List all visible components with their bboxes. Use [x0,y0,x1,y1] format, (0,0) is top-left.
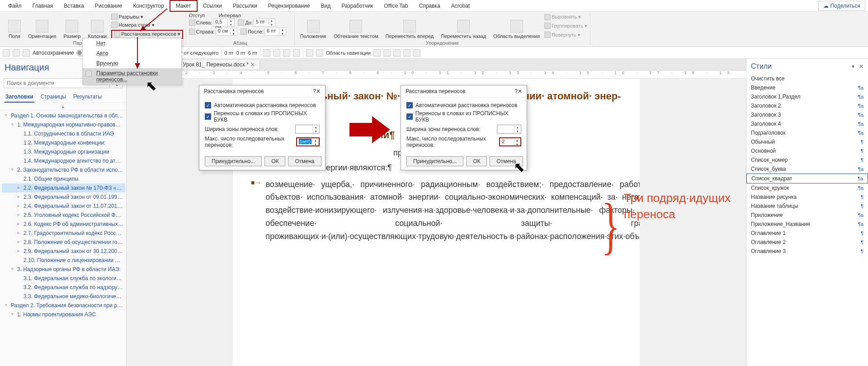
qat-icon[interactable] [293,49,300,56]
close-button[interactable]: ✕ [518,88,522,94]
style-item[interactable]: Список_кружок¶a [746,183,868,192]
ribbon-tab-главная[interactable]: Главная [27,1,59,11]
qat-icon[interactable] [383,49,391,56]
tree-item[interactable]: ▿1. Международная нормативно-правовая ба… [2,120,125,129]
style-item[interactable]: Основной¶ [746,146,868,155]
style-item[interactable]: Приложение_Название¶a [746,220,868,229]
style-item[interactable]: Подзаголовок¶a [746,128,868,137]
tree-item[interactable]: ▹2.4. Федеральный закон от 11.07.2011 № … [2,202,125,211]
force-button[interactable]: Принудительно... [205,156,262,166]
ribbon-tab-acrobat[interactable]: Acrobat [446,1,475,11]
cancel-button[interactable]: Отмена [288,156,321,166]
style-item[interactable]: Заголовок 2¶a [746,101,868,110]
qat-icon[interactable] [393,49,401,56]
qat-icon[interactable] [373,49,381,56]
tree-item[interactable]: 1.3. Международные организации [2,147,125,156]
nav-tab[interactable]: Страницы [40,92,67,103]
ribbon-tab-конструктор[interactable]: Конструктор [127,1,169,11]
line-numbers-button[interactable]: Номера строк ▾ [111,21,183,28]
hyph-option[interactable]: Нет [83,38,181,48]
tree-item[interactable]: ▹2.8. Положение об осуществлении государ… [2,238,125,247]
tree-item[interactable]: ▹2.2. Федеральный закон № 170-ФЗ «Об исп… [2,183,125,192]
qat-icon[interactable] [263,49,270,56]
share-button[interactable]: ☁ Поделиться [818,1,865,11]
help-button[interactable]: ? [514,88,518,94]
style-item[interactable]: Оглавление 1¶ [746,229,868,238]
doc-tab-2[interactable]: WУрок 81_ Переносы.docx *✕ [170,60,260,69]
hyph-option[interactable]: Вручную [83,58,181,68]
ribbon-tab-рассылки[interactable]: Рассылки [227,1,263,11]
tree-item[interactable]: ▹2.5. Уголовный кодекс Российской Федера… [2,211,125,220]
ribbon-tab-файл[interactable]: Файл [3,1,27,11]
tree-item[interactable]: 3.1. Федеральная служба по экологическом… [2,274,125,283]
save-icon[interactable] [3,49,10,56]
nav-area-label[interactable]: Область навигации [326,50,371,56]
tree-item[interactable]: 3.3. Федеральное медико-биологическое а… [2,292,125,301]
tree-item[interactable]: ▹2.7. Градостроительный кодекс Российско… [2,229,125,238]
checkbox-caps[interactable]: ✓ [406,113,413,120]
ribbon-tab-разработчик[interactable]: Разработчик [336,1,378,11]
qat-icon[interactable] [403,49,410,56]
ribbon-tab-рисование[interactable]: Рисование [90,1,127,11]
style-item[interactable]: Заголовок 3¶a [746,110,868,119]
qat-icon[interactable] [283,49,290,56]
tree-item[interactable]: ▿Раздел 1. Основы законодательства в обл… [2,111,125,120]
ribbon-tab-вставка[interactable]: Вставка [58,1,90,11]
style-item[interactable]: Заголовок 1,Раздел¶a [746,92,868,101]
style-item[interactable]: Оглавление 2¶ [746,238,868,247]
group-button[interactable]: Группировать ▾ [544,22,587,29]
checkbox-auto[interactable]: ✓ [205,102,211,108]
style-item[interactable]: Введение¶a [746,83,868,92]
style-item[interactable]: Оглавление 3¶ [746,247,868,256]
style-item[interactable]: Приложение¶a [746,211,868,220]
hyph-option[interactable]: Параметры расстановки переносов... [83,68,181,84]
help-button[interactable]: ? [313,88,316,94]
max-input[interactable]: (нет) [296,137,320,146]
style-item[interactable]: Название таблицы¶ [746,202,868,211]
nav-tab[interactable]: Результаты [72,92,103,103]
qat-icon[interactable] [316,49,323,56]
space-before-input[interactable]: 5 пт [254,19,275,27]
indent-right-input[interactable]: 0 см [216,28,237,36]
qat-icon[interactable] [273,49,280,56]
tree-item[interactable]: 3.2. Федеральная служба по надзору в сфе… [2,283,125,292]
checkbox-auto[interactable]: ✓ [406,102,413,108]
ribbon-tab-справка[interactable]: Справка [414,1,446,11]
align-button[interactable]: Выровнять ▾ [544,14,587,21]
open-icon[interactable] [23,49,30,56]
hyphenation-button[interactable]: Расстановка переносов ▾ [111,30,183,39]
qat-icon[interactable] [413,49,420,56]
style-item[interactable]: Очистить все [746,74,868,83]
indent-left-input[interactable]: 0,5 см [213,19,235,27]
nav-tab[interactable]: Заголовки [5,92,34,103]
style-item[interactable]: Список_буква¶a [746,164,868,174]
breaks-button[interactable]: Разрывы ▾ [111,13,183,20]
ok-button[interactable]: ОК [466,156,487,166]
ribbon-tab-вид[interactable]: Вид [315,1,336,11]
force-button[interactable]: Принудительно... [406,156,463,166]
new-icon[interactable] [13,49,20,56]
tree-item[interactable]: ▹2.6. Кодекс РФ об административных прав… [2,220,125,229]
tree-item[interactable]: ▿1. Нормы проектирования АЭС [2,310,125,319]
ribbon-tab-макет[interactable]: Макет [170,0,198,12]
style-item[interactable]: Список_номер¶ [746,155,868,164]
ok-button[interactable]: ОК [264,156,285,166]
tree-item[interactable]: 1.1. Сотрудничество в области ИАЭ [2,129,125,138]
rotate-button[interactable]: Повернуть ▾ [544,31,587,38]
hyph-option[interactable]: Авто [83,48,181,58]
tree-item[interactable]: 2.1. Общие принципы [2,174,125,183]
max-input[interactable]: 2 [499,137,521,146]
tree-item[interactable]: 1.2. Международные конвенции: [2,138,125,147]
style-item[interactable]: Список_квадрат¶a [746,174,868,183]
style-item[interactable]: Обычный¶ [746,137,868,146]
style-item[interactable]: Название рисунка¶ [746,192,868,202]
tree-item[interactable]: ▿2. Законодательство РФ в области исполь… [2,165,125,174]
ruler[interactable]: · 1 · 2 · 3 · 4 · 5 · 6 · 7 · 8 · 9 · 10… [127,70,746,79]
ribbon-tab-office tab[interactable]: Office Tab [378,1,414,11]
tree-item[interactable]: ▹2.3. Федеральный закон от 09.01.1996 № … [2,192,125,202]
space-after-input[interactable]: 6 пт [264,28,286,36]
zone-input[interactable] [295,125,320,134]
ribbon-tab-ссылки[interactable]: Ссылки [198,1,227,11]
ribbon-tab-рецензирование[interactable]: Рецензирование [263,1,316,11]
tree-item[interactable]: ▹2.9. Федеральный закон от 30.12.2009 № … [2,247,125,256]
